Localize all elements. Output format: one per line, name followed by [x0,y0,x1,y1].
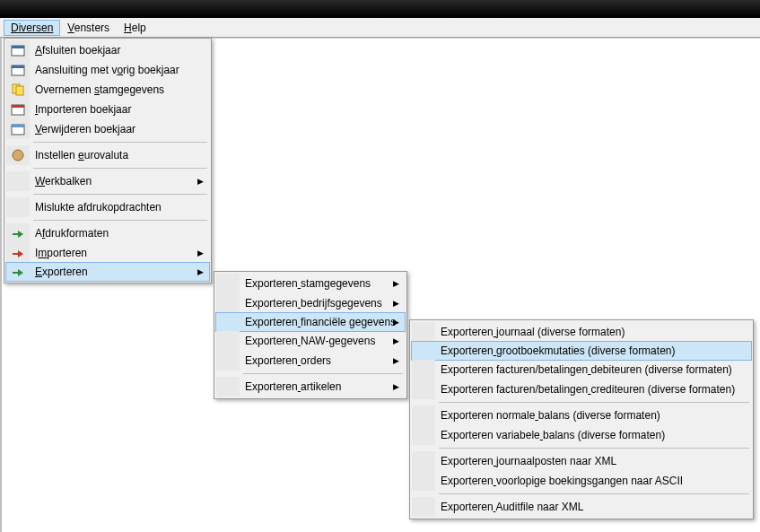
menu-item-label: Exporteren normale balans (diverse forma… [435,409,733,422]
menu-separator [33,194,207,195]
svg-rect-1 [12,46,24,48]
menu-financiele-gegevens: Exporteren journaal (diverse formaten) E… [409,319,754,519]
print-green-icon [11,226,25,240]
submenu-arrow-icon: ▶ [393,279,399,288]
link-icon [11,63,25,77]
menu-item-label: Overnemen stamgegevens [30,83,191,96]
menu-item-label: Afsluiten boekjaar [30,44,191,57]
menu-item-label: Exporteren facturen/betalingen crediteur… [435,383,735,396]
submenu-arrow-icon: ▶ [393,299,399,308]
menu-item-aansluiting[interactable]: Aansluiting met vorig boekjaar [6,60,209,80]
menubar-diversen[interactable]: Diversen [4,20,60,36]
menu-item-label: Werkbalken [30,175,191,188]
svg-rect-5 [16,86,23,95]
menu-item-label: Exporteren variabele balans (diverse for… [435,429,733,441]
menu-item-werkbalken[interactable]: Werkbalken ▶ [6,171,209,191]
menu-separator [439,402,749,403]
menu-item-label: Exporteren Auditfile naar XML [435,501,733,513]
menu-item-label: Aansluiting met vorig boekjaar [30,64,191,76]
menu-separator [33,220,207,221]
menu-item-label: Exporteren financiële gegevens [240,316,396,328]
submenu-arrow-icon: ▶ [393,318,399,327]
menubar-vensters[interactable]: Vensters [60,20,117,36]
menubar-help-label: Help [124,22,146,34]
menu-item-instellen-euro[interactable]: Instellen eurovaluta [6,145,209,165]
import-calendar-icon [11,102,25,117]
menu-item-export-normale-balans[interactable]: Exporteren normale balans (diverse forma… [412,406,751,425]
menubar-help[interactable]: Help [117,20,153,36]
menu-item-export-naw[interactable]: Exporteren NAW-gegevens ▶ [216,331,405,351]
menu-item-label: Exporteren artikelen [240,380,387,393]
calendar-icon [11,43,25,57]
menu-item-label: Exporteren grootboekmutaties (diverse fo… [435,344,734,357]
menu-item-mislukte[interactable]: Mislukte afdrukopdrachten [6,197,209,217]
svg-rect-9 [12,125,24,127]
menu-item-exporteren[interactable]: Exporteren ▶ [5,262,210,282]
menu-item-afdrukformaten[interactable]: Afdrukformaten [6,223,209,243]
svg-rect-3 [12,65,24,68]
menu-item-label: Importeren [30,247,191,259]
menu-item-export-variabele-balans[interactable]: Exporteren variabele balans (diverse for… [412,425,751,445]
submenu-arrow-icon: ▶ [393,382,399,391]
menu-item-export-financiele[interactable]: Exporteren financiële gegevens ▶ [215,312,406,332]
delete-calendar-icon [11,122,25,136]
import-red-icon [11,246,25,260]
menu-item-label: Verwijderen boekjaar [30,123,191,135]
menu-item-export-journaalposten-xml[interactable]: Exporteren journaalposten naar XML [412,451,751,471]
svg-rect-7 [12,105,24,108]
menu-item-label: Exporteren journaal (diverse formaten) [435,326,733,338]
menu-item-label: Afdrukformaten [30,227,191,240]
menu-item-export-artikelen[interactable]: Exporteren artikelen ▶ [216,377,405,397]
copy-icon [11,83,25,97]
menu-diversen: Afsluiten boekjaar Aansluiting met vorig… [4,38,212,283]
menu-item-label: Exporteren voorlopige boekingsgangen naa… [435,475,733,487]
menu-item-label: Exporteren [30,266,192,278]
menu-item-export-bedrijfsgegevens[interactable]: Exporteren bedrijfsgegevens ▶ [216,293,405,313]
euro-icon [11,148,25,162]
menu-item-importeren-boekjaar[interactable]: Importeren boekjaar [6,100,209,119]
menu-item-label: Exporteren NAW-gegevens [240,335,387,347]
menu-item-export-debiteuren[interactable]: Exporteren facturen/betalingen debiteure… [412,360,751,379]
submenu-arrow-icon: ▶ [197,177,204,186]
menu-item-importeren[interactable]: Importeren ▶ [6,243,209,263]
menu-item-label: Mislukte afdrukopdrachten [30,201,191,214]
menu-item-export-crediteuren[interactable]: Exporteren facturen/betalingen crediteur… [412,379,751,399]
menu-item-export-orders[interactable]: Exporteren orders ▶ [216,351,405,371]
menu-item-label: Exporteren stamgegevens [240,277,387,290]
menu-item-label: Exporteren bedrijfsgegevens [240,297,387,310]
menu-item-label: Instellen eurovaluta [30,149,191,161]
menu-separator [439,493,749,494]
menu-separator [33,168,207,169]
svg-point-10 [13,150,23,161]
submenu-arrow-icon: ▶ [197,249,204,257]
menu-separator [33,142,207,143]
submenu-arrow-icon: ▶ [393,336,399,345]
menu-item-export-journaal[interactable]: Exporteren journaal (diverse formaten) [412,322,751,342]
menubar: Diversen Vensters Help [0,18,760,38]
menu-item-overnemen[interactable]: Overnemen stamgegevens [6,80,209,100]
menu-item-export-auditfile-xml[interactable]: Exporteren Auditfile naar XML [412,497,751,517]
menu-item-export-voorlopige-ascii[interactable]: Exporteren voorlopige boekingsgangen naa… [412,471,751,491]
menu-item-verwijderen-boekjaar[interactable]: Verwijderen boekjaar [6,119,209,139]
menu-item-label: Exporteren facturen/betalingen debiteure… [435,363,733,376]
menu-exporteren: Exporteren stamgegevens ▶ Exporteren bed… [214,271,407,399]
submenu-arrow-icon: ▶ [197,267,204,276]
export-green-icon [11,265,25,279]
menu-separator [243,373,403,374]
menu-item-export-stamgegevens[interactable]: Exporteren stamgegevens ▶ [216,274,405,293]
menu-item-label: Exporteren journaalposten naar XML [435,455,733,467]
menu-item-label: Exporteren orders [240,354,387,367]
menu-item-afsluiten-boekjaar[interactable]: Afsluiten boekjaar [6,40,209,60]
menubar-vensters-label: Vensters [67,22,109,34]
submenu-arrow-icon: ▶ [393,356,399,365]
window-titlebar [0,0,760,18]
menu-item-export-grootboek[interactable]: Exporteren grootboekmutaties (diverse fo… [411,341,752,361]
menu-separator [439,448,749,449]
menu-item-label: Importeren boekjaar [30,103,191,116]
menubar-diversen-label: Diversen [11,22,53,34]
